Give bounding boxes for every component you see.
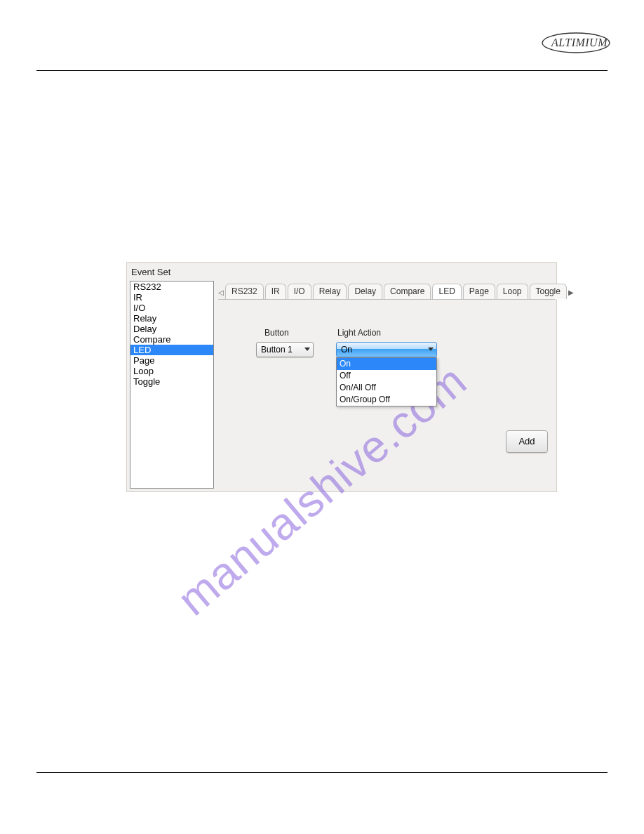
dropdown-option[interactable]: On (337, 358, 436, 370)
panel-title: Event Set (131, 267, 170, 277)
event-type-list[interactable]: RS232 IR I/O Relay Delay Compare LED Pag… (130, 281, 214, 489)
led-form: Button Light Action Button 1 On On Off O… (218, 299, 555, 489)
tab-rs232[interactable]: RS232 (225, 284, 264, 299)
list-item[interactable]: RS232 (130, 282, 213, 292)
tab-ir[interactable]: IR (265, 284, 286, 299)
tab-delay[interactable]: Delay (348, 284, 382, 299)
dropdown-option[interactable]: On/All Off (337, 382, 436, 394)
list-item[interactable]: Relay (130, 313, 213, 324)
chevron-down-icon (304, 348, 310, 351)
tab-relay[interactable]: Relay (313, 284, 347, 299)
button-label: Button (264, 328, 289, 338)
list-item[interactable]: Delay (130, 324, 213, 334)
tab-loop[interactable]: Loop (497, 284, 528, 299)
logo-text: ALTIMIUM (551, 37, 608, 49)
light-action-select-value: On (341, 345, 352, 355)
tab-toggle[interactable]: Toggle (530, 284, 567, 299)
button-select-value: Button 1 (261, 345, 293, 355)
header-divider (36, 70, 608, 71)
event-set-panel: Event Set RS232 IR I/O Relay Delay Compa… (126, 262, 557, 492)
chevron-down-icon (428, 348, 434, 351)
light-action-dropdown[interactable]: On Off On/All Off On/Group Off (336, 357, 437, 406)
list-item[interactable]: Toggle (130, 376, 213, 387)
light-action-select[interactable]: On (336, 342, 437, 357)
page-header: ALTIMIUM (0, 0, 644, 70)
list-item[interactable]: Page (130, 355, 213, 366)
tabs-row: ◁ RS232 IR I/O Relay Delay Compare LED P… (218, 282, 555, 299)
dropdown-option[interactable]: On/Group Off (337, 394, 436, 406)
add-button[interactable]: Add (506, 430, 548, 453)
tab-led[interactable]: LED (432, 284, 461, 299)
light-action-label: Light Action (337, 328, 381, 338)
list-item-selected[interactable]: LED (130, 345, 213, 355)
button-select[interactable]: Button 1 (256, 342, 314, 357)
tab-page[interactable]: Page (463, 284, 495, 299)
footer-divider (36, 772, 608, 773)
list-item[interactable]: Compare (130, 334, 213, 345)
list-item[interactable]: I/O (130, 303, 213, 313)
tab-compare[interactable]: Compare (384, 284, 431, 299)
list-item[interactable]: IR (130, 292, 213, 303)
list-item[interactable]: Loop (130, 366, 213, 376)
tab-io[interactable]: I/O (288, 284, 311, 299)
tab-scroll-right-icon[interactable]: ▶ (568, 285, 574, 299)
dropdown-option[interactable]: Off (337, 370, 436, 382)
tab-scroll-left-icon[interactable]: ◁ (218, 285, 224, 299)
